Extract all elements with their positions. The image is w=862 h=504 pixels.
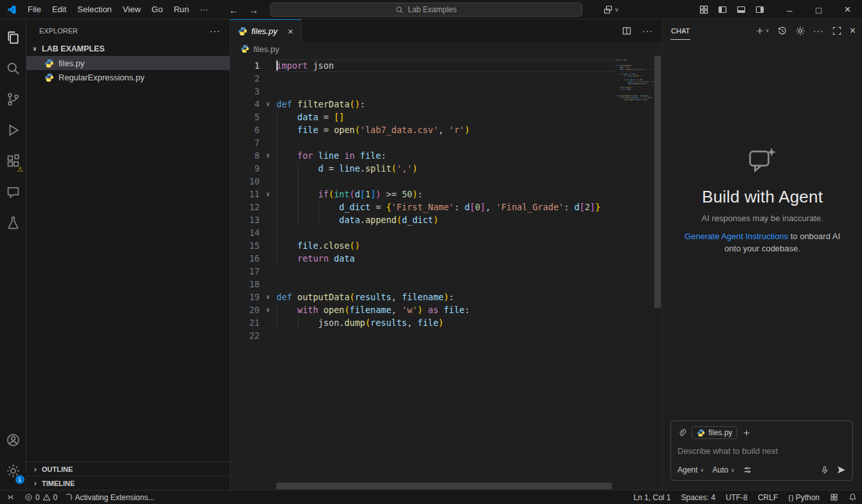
timeline-section[interactable]: › TIMELINE [26, 476, 229, 490]
chat-input-box[interactable]: files.py Describe what to build next Age… [670, 420, 853, 481]
code-line-17[interactable] [276, 265, 616, 278]
maximize-button[interactable]: □ [804, 0, 833, 19]
forward-icon[interactable]: → [249, 4, 258, 15]
code-line-8[interactable]: for line in file: [276, 149, 616, 162]
menu-edit[interactable]: Edit [47, 3, 71, 16]
problems-indicator[interactable]: 0 0 [21, 491, 61, 504]
activity-run-debug[interactable] [0, 114, 26, 145]
cursor-position[interactable]: Ln 1, Col 1 [628, 491, 676, 504]
add-context-icon[interactable] [742, 429, 751, 437]
notifications-button[interactable] [843, 491, 862, 504]
activity-chat[interactable] [0, 176, 26, 207]
python-environment-indicator[interactable] [825, 491, 843, 504]
activity-explorer[interactable] [0, 22, 26, 53]
menu-more-icon[interactable]: ··· [195, 3, 213, 16]
settings-button[interactable]: 1 [0, 455, 26, 486]
code-line-13[interactable]: data.append(d_dict) [276, 213, 616, 226]
accounts-button[interactable] [0, 424, 26, 455]
encoding-setting[interactable]: UTF-8 [721, 491, 753, 504]
fold-chevron-icon[interactable]: ∨ [260, 291, 276, 303]
tab-files-py[interactable]: files.py × [230, 19, 301, 42]
multi-window-control[interactable]: ∨ [603, 0, 619, 19]
remote-indicator[interactable] [0, 491, 21, 504]
menu-go[interactable]: Go [147, 3, 168, 16]
scrollbar-thumb[interactable] [276, 483, 612, 489]
activity-source-control[interactable] [0, 84, 26, 114]
back-icon[interactable]: ← [229, 4, 238, 15]
customize-layout-icon[interactable] [699, 4, 709, 15]
code-line-15[interactable]: file.close() [276, 239, 616, 252]
file-item-files-py[interactable]: files.py [26, 56, 229, 70]
fold-chevron-icon[interactable]: ∨ [260, 98, 276, 111]
activity-search[interactable] [0, 53, 26, 84]
fold-chevron-icon[interactable]: ∨ [260, 149, 276, 162]
maximize-panel-icon[interactable] [832, 26, 842, 36]
activity-testing[interactable] [0, 207, 26, 238]
code-line-20[interactable]: with open(filename, 'w') as file: [276, 303, 616, 316]
code-line-16[interactable]: return data [276, 252, 616, 265]
fold-chevron-icon[interactable]: ∨ [260, 303, 276, 316]
code-line-22[interactable] [276, 329, 616, 342]
file-item-regularexpressions-py[interactable]: RegularExpressions.py [26, 70, 229, 84]
new-chat-button[interactable]: ∨ [755, 26, 769, 35]
attach-context-icon[interactable] [678, 428, 687, 437]
chat-input-placeholder[interactable]: Describe what to build next [678, 446, 846, 456]
code-line-5[interactable]: data = [] [276, 111, 616, 123]
context-chip-files-py[interactable]: files.py [692, 426, 737, 439]
close-window-button[interactable]: × [833, 0, 862, 19]
code-line-18[interactable] [276, 278, 616, 291]
code-line-14[interactable] [276, 226, 616, 239]
toggle-panel-icon[interactable] [736, 4, 746, 15]
folder-lab-examples[interactable]: ∨ LAB EXAMPLES [26, 42, 229, 56]
eol-setting[interactable]: CRLF [753, 491, 783, 504]
minimize-button[interactable]: – [775, 0, 804, 19]
activity-extensions[interactable]: ⚠ [0, 145, 26, 176]
generate-agent-instructions-link[interactable]: Generate Agent Instructions [685, 231, 788, 241]
minimap[interactable]: import jsondef filterData(): data = [] f… [616, 56, 653, 490]
views-and-more-actions-icon[interactable]: ··· [210, 26, 220, 36]
menu-view[interactable]: View [118, 3, 146, 16]
explorer-empty-space[interactable] [26, 84, 229, 462]
voice-input-icon[interactable] [820, 465, 829, 474]
code-line-11[interactable]: if(int(d[1]) >= 50): [276, 188, 616, 201]
horizontal-scrollbar[interactable] [276, 483, 612, 489]
vertical-scrollbar[interactable] [653, 56, 662, 490]
code-line-7[interactable] [276, 136, 616, 149]
language-mode[interactable]: { } Python [783, 491, 825, 504]
menu-selection[interactable]: Selection [72, 3, 116, 16]
toggle-secondary-sidebar-icon[interactable] [755, 4, 765, 15]
agent-mode-selector[interactable]: Agent ∨ [678, 465, 704, 474]
toggle-sidebar-icon[interactable] [717, 4, 728, 15]
code-line-6[interactable]: file = open('lab7_data.csv', 'r') [276, 123, 616, 136]
chat-settings-gear-icon[interactable] [795, 26, 805, 36]
more-actions-icon[interactable]: ··· [642, 26, 653, 36]
code-line-9[interactable]: d = line.split(',') [276, 162, 616, 175]
editor-content[interactable]: import jsondef filterData(): data = [] f… [276, 56, 616, 490]
model-selector[interactable]: Auto ∨ [712, 465, 735, 474]
outline-section[interactable]: › OUTLINE [26, 462, 229, 476]
close-panel-icon[interactable]: × [850, 25, 856, 37]
indentation-setting[interactable]: Spaces: 4 [676, 491, 721, 504]
code-line-2[interactable] [276, 72, 616, 85]
code-line-1[interactable]: import json [276, 59, 616, 72]
code-line-12[interactable]: d_dict = {'First_Name': d[0], 'Final_Gra… [276, 201, 616, 213]
fold-chevron-icon[interactable]: ∨ [260, 188, 276, 201]
code-line-21[interactable]: json.dump(results, file) [276, 316, 616, 329]
menu-run[interactable]: Run [168, 3, 194, 16]
activating-extensions-status[interactable]: Activating Extensions... [61, 491, 158, 504]
code-line-19[interactable]: def outputData(results, filename): [276, 291, 616, 303]
breadcrumb[interactable]: files.py [230, 42, 662, 56]
split-editor-icon[interactable] [622, 26, 632, 36]
configure-tools-icon[interactable] [743, 465, 752, 474]
chat-panel-title[interactable]: CHAT [670, 21, 690, 40]
menu-file[interactable]: File [22, 3, 46, 16]
chat-more-actions-icon[interactable]: ··· [813, 26, 824, 36]
code-line-4[interactable]: def filterData(): [276, 98, 616, 111]
code-line-3[interactable] [276, 85, 616, 98]
close-tab-icon[interactable]: × [286, 26, 294, 37]
scrollbar-thumb[interactable] [654, 56, 661, 308]
chat-history-icon[interactable] [777, 26, 787, 36]
command-center-search[interactable]: Lab Examples [270, 3, 582, 17]
send-button[interactable] [837, 465, 846, 474]
code-line-10[interactable] [276, 175, 616, 188]
